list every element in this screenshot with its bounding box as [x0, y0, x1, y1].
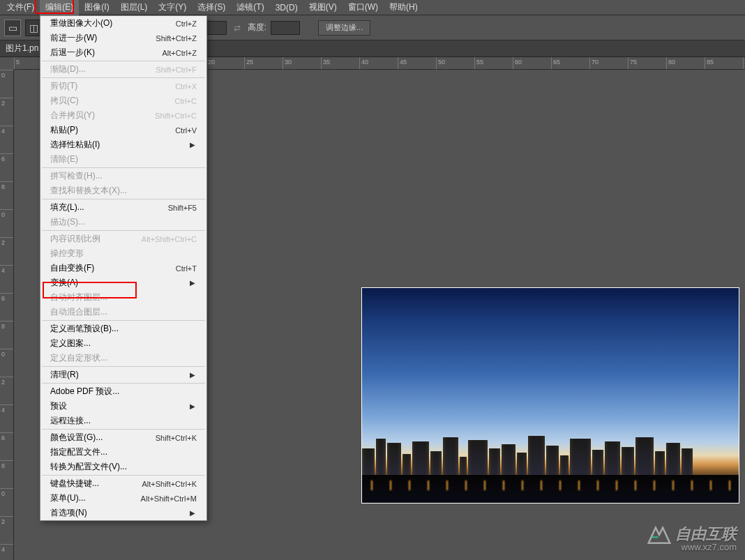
menu-entry[interactable]: 键盘快捷键...Alt+Shift+Ctrl+K	[40, 476, 206, 491]
menu-entry[interactable]: 指定配置文件...	[40, 445, 206, 460]
menu-entry-shortcut: Shift+Ctrl+Z	[147, 34, 197, 43]
menu-entry-label: 定义自定形状...	[50, 352, 107, 364]
ruler-tick: 2	[0, 377, 14, 386]
menu-entry-label: 操控变形	[50, 248, 84, 259]
ruler-tick: 85	[705, 57, 715, 70]
ruler-tick: 6	[0, 293, 14, 302]
ruler-tick: 8	[0, 460, 14, 469]
menu-item[interactable]: 窗口(W)	[343, 0, 384, 15]
ruler-tick: 0	[0, 209, 14, 218]
menu-item[interactable]: 编辑(E)	[40, 0, 79, 15]
menu-separator	[42, 383, 205, 384]
ruler-tick: 2	[0, 516, 14, 525]
menu-entry[interactable]: 选择性粘贴(I)▶	[40, 137, 206, 152]
menu-entry-label: 填充(L)...	[50, 202, 84, 213]
menu-entry[interactable]: 变换(A)▶	[40, 275, 206, 290]
ruler-tick: 35	[321, 57, 331, 70]
ruler-tick: 0	[0, 349, 14, 358]
menu-entry-label: 键盘快捷键...	[50, 478, 99, 490]
menu-separator	[42, 199, 205, 199]
menu-entry[interactable]: 转换为配置文件(V)...	[40, 460, 206, 474]
menu-entry: 自动混合图层...	[40, 305, 206, 319]
menu-entry-label: 选择性粘贴(I)	[50, 139, 100, 151]
menu-entry: 查找和替换文本(X)...	[40, 183, 206, 198]
menu-entry-label: 清除(E)	[50, 153, 78, 165]
menu-entry[interactable]: 远程连接...	[40, 414, 206, 428]
menu-item[interactable]: 视图(V)	[303, 0, 343, 15]
menu-entry[interactable]: 清理(R)▶	[40, 368, 206, 382]
menu-item[interactable]: 帮助(H)	[384, 0, 423, 15]
menu-item[interactable]: 滤镜(T)	[231, 0, 269, 15]
ruler-tick: 4	[0, 544, 14, 553]
menu-item[interactable]: 选择(S)	[192, 0, 231, 15]
menu-entry[interactable]: Adobe PDF 预设...	[40, 384, 206, 399]
menu-entry-label: 清理(R)	[50, 369, 79, 381]
height-input[interactable]	[271, 21, 300, 35]
menu-item[interactable]: 文字(Y)	[153, 0, 192, 15]
ruler-vertical: 02468024680246802468	[0, 70, 14, 560]
menu-entry[interactable]: 重做图像大小(O)Ctrl+Z	[40, 16, 206, 31]
tool-marquee-icon[interactable]: ▭	[4, 20, 21, 36]
watermark-url: www.xz7.com	[682, 542, 737, 552]
menu-entry[interactable]: 首选项(N)▶	[40, 506, 206, 520]
swap-icon[interactable]: ⇄	[234, 23, 241, 33]
menu-entry-label: 重做图像大小(O)	[50, 17, 112, 29]
menu-separator	[42, 475, 205, 476]
canvas-image[interactable]	[361, 287, 739, 504]
menu-item[interactable]: 图层(L)	[115, 0, 153, 15]
menu-entry-label: 远程连接...	[50, 415, 91, 427]
menu-entry[interactable]: 定义画笔预设(B)...	[40, 321, 206, 336]
menu-entry-label: 自由变换(F)	[50, 262, 94, 274]
menu-separator	[42, 230, 205, 231]
ruler-tick: 60	[513, 57, 523, 70]
ruler-tick: 55	[474, 57, 485, 70]
menu-entry: 操控变形	[40, 246, 206, 261]
watermark-logo-icon	[647, 524, 671, 545]
menu-entry[interactable]: 粘贴(P)Ctrl+V	[40, 123, 206, 137]
height-label: 高度:	[248, 22, 266, 33]
menu-entry-label: 菜单(U)...	[50, 492, 86, 504]
menu-item[interactable]: 3D(D)	[270, 1, 303, 15]
menu-entry: 描边(S)...	[40, 215, 206, 229]
ruler-tick: 6	[0, 432, 14, 441]
menu-entry[interactable]: 前进一步(W)Shift+Ctrl+Z	[40, 31, 206, 45]
menu-entry-label: 渐隐(D)...	[50, 63, 86, 75]
ruler-tick: 70	[589, 57, 600, 70]
menu-item[interactable]: 文件(F)	[1, 0, 40, 15]
menu-entry-label: 剪切(T)	[50, 80, 77, 92]
menu-entry: 渐隐(D)...Shift+Ctrl+F	[40, 62, 206, 77]
ruler-tick: 8	[0, 321, 14, 330]
menu-entry[interactable]: 颜色设置(G)...Shift+Ctrl+K	[40, 430, 206, 445]
submenu-arrow-icon: ▶	[190, 371, 197, 379]
menu-entry: 清除(E)	[40, 152, 206, 167]
ruler-tick: 45	[398, 57, 408, 70]
ruler-tick: 20	[206, 57, 216, 70]
menu-entry[interactable]: 预设▶	[40, 399, 206, 414]
ruler-tick: 30	[283, 57, 293, 70]
reflection-graphic	[362, 475, 739, 503]
menu-entry-shortcut: Alt+Ctrl+Z	[153, 49, 197, 57]
menu-item[interactable]: 图像(I)	[79, 0, 114, 15]
menu-entry-shortcut: Shift+Ctrl+C	[146, 112, 197, 120]
menu-entry-label: 转换为配置文件(V)...	[50, 461, 127, 473]
menu-entry[interactable]: 后退一步(K)Alt+Ctrl+Z	[40, 45, 206, 60]
ruler-tick: 65	[551, 57, 562, 70]
menu-entry-shortcut: Alt+Shift+Ctrl+M	[133, 494, 197, 503]
refine-edge-button[interactable]: 调整边缘...	[318, 20, 370, 36]
menu-entry[interactable]: 填充(L)...Shift+F5	[40, 200, 206, 215]
ruler-tick: 50	[436, 57, 446, 70]
menu-entry[interactable]: 自由变换(F)Ctrl+T	[40, 261, 206, 275]
menu-entry-label: 拼写检查(H)...	[50, 170, 103, 182]
ruler-tick: 5	[14, 57, 21, 70]
menu-entry-label: 粘贴(P)	[50, 124, 78, 136]
menu-entry: 拷贝(C)Ctrl+C	[40, 93, 206, 108]
menu-entry[interactable]: 定义图案...	[40, 336, 206, 351]
menubar: 文件(F)编辑(E)图像(I)图层(L)文字(Y)选择(S)滤镜(T)3D(D)…	[0, 0, 745, 15]
menu-entry[interactable]: 菜单(U)...Alt+Shift+Ctrl+M	[40, 491, 206, 506]
menu-entry-label: 指定配置文件...	[50, 446, 107, 458]
menu-entry-label: 内容识别比例	[50, 233, 100, 245]
menu-entry-label: 自动混合图层...	[50, 306, 107, 318]
menu-entry-shortcut: Ctrl+C	[167, 97, 197, 105]
document-tab[interactable]: 图片1.pn	[6, 43, 38, 54]
menu-entry: 拼写检查(H)...	[40, 169, 206, 183]
